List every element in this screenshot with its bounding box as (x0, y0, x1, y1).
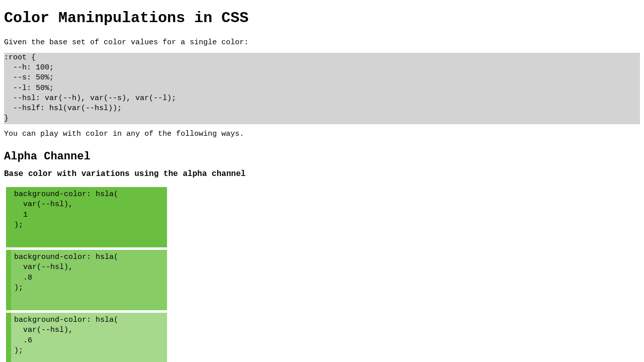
section-heading-alpha: Alpha Channel (4, 149, 640, 164)
swatch-alpha-08: background-color: hsla( var(--hsl), .8 )… (6, 250, 167, 310)
after-code-paragraph: You can play with color in any of the fo… (4, 129, 640, 139)
root-code-block: :root { --h: 100; --s: 50%; --l: 50%; --… (4, 53, 640, 124)
swatch-alpha-06: background-color: hsla( var(--hsl), .6 )… (6, 313, 167, 362)
page-title: Color Maninpulations in CSS (4, 8, 640, 29)
section-subheading-alpha: Base color with variations using the alp… (4, 169, 640, 180)
swatch-list: background-color: hsla( var(--hsl), 1 );… (6, 187, 167, 362)
intro-paragraph: Given the base set of color values for a… (4, 38, 640, 48)
swatch-alpha-1: background-color: hsla( var(--hsl), 1 ); (6, 187, 167, 247)
